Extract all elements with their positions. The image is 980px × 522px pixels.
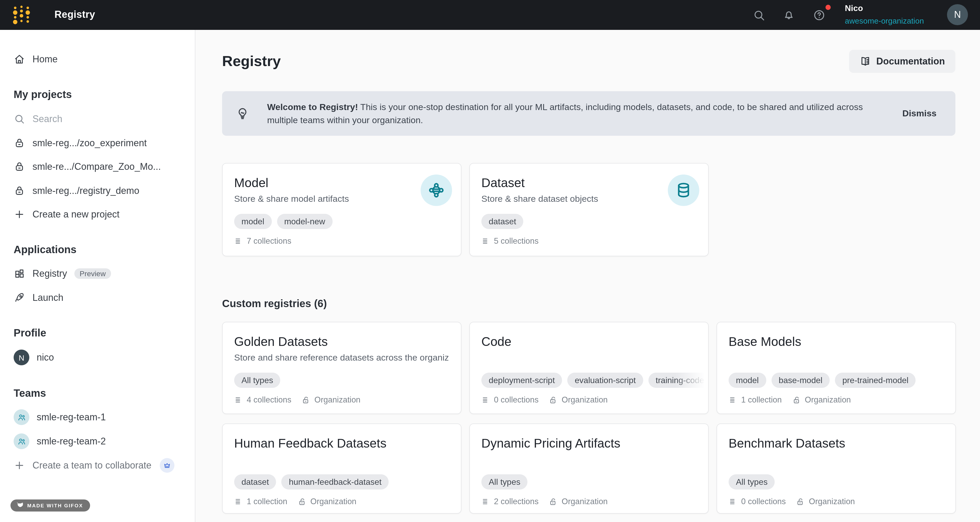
- unlock-icon: [549, 396, 558, 404]
- avatar[interactable]: N: [947, 4, 968, 25]
- create-project-label: Create a new project: [32, 209, 119, 220]
- launch-label: Launch: [32, 292, 64, 303]
- teams-heading: Teams: [14, 385, 191, 401]
- organization-name: awesome-organization: [845, 17, 924, 25]
- user-name: Nico: [845, 4, 924, 13]
- collections-icon: [481, 236, 490, 246]
- sidebar-item-home[interactable]: Home: [14, 51, 191, 67]
- tag: training-code: [648, 373, 707, 388]
- card-title: Dataset: [481, 174, 661, 191]
- wandb-logo[interactable]: [13, 5, 32, 26]
- card-footer: 0 collections Organization: [481, 395, 608, 405]
- card-title: Golden Datasets: [234, 333, 414, 350]
- team-icon: [14, 433, 29, 449]
- watermark-label: MADE WITH GIFOX: [27, 503, 83, 508]
- notification-dot: [826, 5, 831, 10]
- tag-list: model model-new: [234, 214, 460, 229]
- tag: base-model: [771, 373, 830, 388]
- plus-icon: [14, 209, 25, 220]
- collections-icon: [234, 497, 243, 506]
- sidebar-item-launch[interactable]: Launch: [14, 290, 191, 306]
- search-icon[interactable]: [752, 9, 765, 21]
- collections-count: 7 collections: [247, 236, 291, 246]
- plus-icon: [14, 460, 25, 471]
- sidebar-item-profile[interactable]: N nico: [14, 350, 191, 365]
- documentation-button[interactable]: Documentation: [849, 50, 955, 73]
- card-footer: 1 collection Organization: [234, 496, 356, 507]
- tag: evaluation-script: [568, 373, 643, 388]
- card-footer: 0 collections Organization: [729, 496, 855, 507]
- tag-list: deployment-script evaluation-script trai…: [481, 373, 707, 388]
- collections-count: 1 collection: [741, 395, 782, 405]
- registry-card-dataset[interactable]: Dataset Store & share dataset objects da…: [469, 163, 709, 256]
- tag: model: [729, 373, 766, 388]
- profile-heading: Profile: [14, 325, 191, 341]
- collections-count: 1 collection: [247, 497, 287, 506]
- sidebar-item-label: Home: [32, 54, 57, 65]
- unlock-icon: [298, 497, 307, 506]
- registry-card[interactable]: Golden Datasets Store and share referenc…: [222, 322, 461, 414]
- visibility-label: Organization: [315, 395, 361, 405]
- home-icon: [14, 53, 25, 65]
- create-project-button[interactable]: Create a new project: [14, 206, 191, 222]
- help-icon[interactable]: [813, 9, 826, 21]
- registry-card[interactable]: Base Models model base-model pre-trained…: [716, 322, 956, 414]
- registry-card-model[interactable]: Model Store & share model artifacts mode…: [222, 163, 461, 256]
- documentation-label: Documentation: [876, 56, 945, 67]
- unlock-icon: [792, 396, 801, 404]
- app-title: Registry: [54, 9, 95, 21]
- sidebar-project-item[interactable]: smle-reg.../registry_demo: [14, 183, 191, 199]
- card-title: Model: [234, 174, 414, 191]
- sidebar-team-item[interactable]: smle-reg-team-2: [14, 433, 191, 449]
- project-search[interactable]: Search: [14, 111, 191, 127]
- card-footer: 7 collections: [234, 236, 291, 246]
- card-footer: 1 collection Organization: [729, 395, 851, 405]
- collections-count: 5 collections: [494, 236, 539, 246]
- main-content: Registry Documentation Welcome to Regist…: [196, 30, 980, 522]
- card-description: Store & share dataset objects: [481, 193, 695, 206]
- create-team-button[interactable]: Create a team to collaborate: [14, 458, 191, 473]
- project-label: smle-re.../Compare_Zoo_Mo...: [32, 161, 161, 172]
- tag: human-feedback-dataset: [282, 474, 389, 490]
- top-navigation-bar: Registry Nico awesome-organization N: [0, 0, 980, 30]
- card-description: Store and share reference datasets acros…: [234, 352, 449, 364]
- project-label: smle-reg.../zoo_experiment: [32, 137, 147, 148]
- registry-card[interactable]: Code deployment-script evaluation-script…: [469, 322, 709, 414]
- dismiss-button[interactable]: Dismiss: [902, 108, 937, 119]
- collections-count: 0 collections: [741, 497, 786, 506]
- collections-icon: [481, 396, 490, 404]
- profile-avatar: N: [14, 350, 29, 365]
- tag-list: All types: [234, 373, 460, 388]
- tag-list: All types: [481, 474, 707, 490]
- book-icon: [859, 56, 871, 67]
- custom-registries-heading: Custom registries (6): [222, 297, 327, 310]
- sidebar-project-item[interactable]: smle-re.../Compare_Zoo_Mo...: [14, 159, 191, 174]
- card-title: Dynamic Pricing Artifacts: [481, 435, 661, 452]
- user-menu[interactable]: Nico awesome-organization: [845, 4, 924, 25]
- card-footer: 4 collections Organization: [234, 395, 360, 405]
- tag-list: dataset: [481, 214, 707, 229]
- unlock-icon: [796, 497, 805, 506]
- registry-card[interactable]: Benchmark Datasets All types 0 collectio…: [716, 423, 956, 514]
- registry-card[interactable]: Dynamic Pricing Artifacts All types 2 co…: [469, 423, 709, 514]
- tag: model: [234, 214, 272, 229]
- search-input[interactable]: Search: [32, 113, 62, 125]
- sidebar-item-registry[interactable]: Registry Preview: [14, 266, 191, 281]
- registry-card[interactable]: Human Feedback Datasets dataset human-fe…: [222, 423, 461, 514]
- collections-icon: [234, 396, 243, 404]
- team-label: smle-reg-team-1: [37, 412, 106, 423]
- card-description: Store & share model artifacts: [234, 193, 449, 206]
- lock-icon: [14, 137, 25, 149]
- bell-icon[interactable]: [783, 9, 795, 21]
- profile-name: nico: [37, 352, 54, 363]
- tag-list: All types: [729, 474, 955, 490]
- team-label: smle-reg-team-2: [37, 436, 106, 447]
- tag: dataset: [481, 214, 523, 229]
- my-projects-heading: My projects: [14, 86, 191, 102]
- tag-list: dataset human-feedback-dataset: [234, 474, 460, 490]
- card-title: Benchmark Datasets: [729, 435, 908, 452]
- create-team-label: Create a team to collaborate: [32, 460, 151, 471]
- sidebar-team-item[interactable]: smle-reg-team-1: [14, 409, 191, 425]
- collections-icon: [729, 396, 738, 404]
- sidebar-project-item[interactable]: smle-reg.../zoo_experiment: [14, 135, 191, 151]
